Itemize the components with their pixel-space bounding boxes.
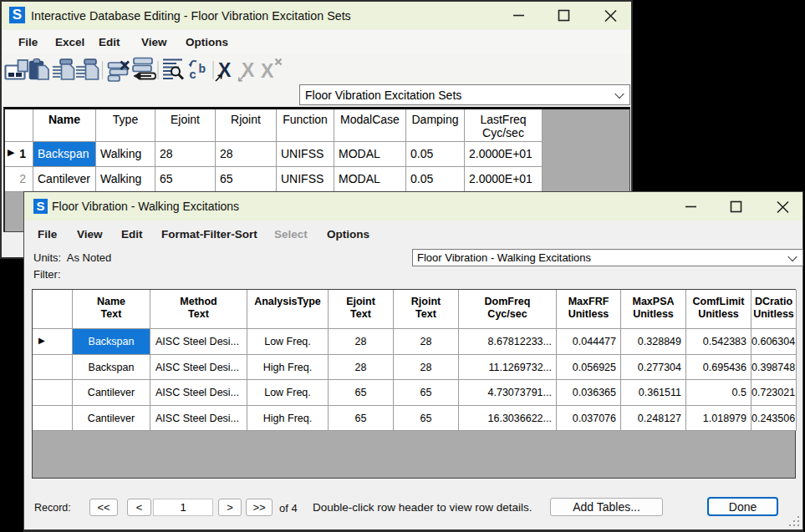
svg-text:X: X	[218, 59, 232, 81]
svg-text:c: c	[190, 68, 196, 81]
svg-text:b: b	[199, 62, 206, 75]
svg-text:X: X	[242, 59, 255, 81]
svg-text:X: X	[261, 60, 274, 82]
